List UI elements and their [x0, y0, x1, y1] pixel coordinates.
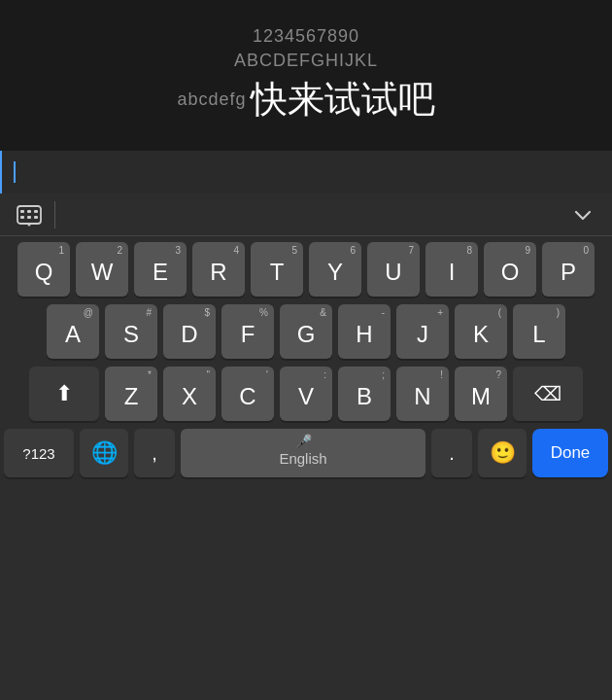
key-I[interactable]: 8I — [425, 242, 478, 297]
svg-rect-1 — [20, 210, 24, 213]
keyboard-collapse-button[interactable] — [565, 197, 600, 232]
key-L[interactable]: )L — [513, 304, 565, 359]
period-key[interactable]: . — [431, 429, 472, 477]
key-G[interactable]: &G — [280, 304, 332, 359]
keyboard: 1Q 2W 3E 4R 5T 6Y 7U 8I 9O 0P @A #S $D %… — [0, 193, 612, 700]
keyboard-topbar — [0, 193, 612, 236]
num123-label: ?123 — [22, 445, 54, 462]
key-U[interactable]: 7U — [367, 242, 420, 297]
space-key[interactable]: 🎤 English — [181, 429, 425, 477]
key-A[interactable]: @A — [47, 304, 99, 359]
key-N[interactable]: !N — [396, 367, 449, 421]
key-B[interactable]: ;B — [338, 367, 391, 421]
backspace-key[interactable]: ⌫ — [513, 367, 583, 421]
key-C[interactable]: 'C — [221, 367, 274, 421]
emoji-key[interactable]: 🙂 — [478, 429, 527, 477]
comma-label: , — [152, 442, 157, 465]
keyboard-rows: 1Q 2W 3E 4R 5T 6Y 7U 8I 9O 0P @A #S $D %… — [0, 236, 612, 700]
preview-uppercase: ABCDEFGHIJKL — [234, 51, 378, 71]
svg-rect-8 — [23, 223, 35, 225]
key-P[interactable]: 0P — [542, 242, 595, 297]
svg-rect-4 — [20, 216, 24, 219]
key-W[interactable]: 2W — [76, 242, 128, 297]
preview-numbers: 1234567890 — [253, 26, 359, 47]
key-M[interactable]: ?M — [455, 367, 507, 421]
done-label: Done — [551, 443, 591, 463]
keyboard-row-4: ?123 🌐 , 🎤 English . 🙂 Done — [4, 429, 608, 477]
shift-key[interactable]: ⬆ — [29, 367, 99, 421]
topbar-divider — [54, 201, 55, 228]
key-K[interactable]: (K — [455, 304, 507, 359]
preview-lowercase: abcdefg — [177, 89, 246, 110]
key-H[interactable]: -H — [338, 304, 391, 359]
key-T[interactable]: 5T — [251, 242, 303, 297]
key-Y[interactable]: 6Y — [309, 242, 361, 297]
key-Q[interactable]: 1Q — [17, 242, 70, 297]
key-J[interactable]: +J — [396, 304, 449, 359]
svg-rect-0 — [17, 206, 41, 224]
keyboard-row-1: 1Q 2W 3E 4R 5T 6Y 7U 8I 9O 0P — [4, 242, 608, 297]
keyboard-row-2: @A #S $D %F &G -H +J (K )L — [4, 304, 608, 359]
key-R[interactable]: 4R — [192, 242, 245, 297]
svg-rect-3 — [34, 210, 38, 213]
key-X[interactable]: "X — [163, 367, 216, 421]
input-bar[interactable] — [0, 151, 612, 193]
key-E[interactable]: 3E — [134, 242, 187, 297]
key-V[interactable]: :V — [280, 367, 332, 421]
svg-rect-5 — [27, 216, 31, 219]
svg-rect-6 — [34, 216, 38, 219]
preview-area: 1234567890 ABCDEFGHIJKL abcdefg 快来试试吧 — [0, 0, 612, 151]
period-label: . — [449, 442, 455, 465]
num123-key[interactable]: ?123 — [4, 429, 74, 477]
key-S[interactable]: #S — [105, 304, 157, 359]
preview-lower-row: abcdefg 快来试试吧 — [177, 75, 434, 124]
key-O[interactable]: 9O — [484, 242, 536, 297]
key-F[interactable]: %F — [221, 304, 274, 359]
key-Z[interactable]: *Z — [105, 367, 157, 421]
globe-key[interactable]: 🌐 — [80, 429, 128, 477]
svg-rect-2 — [27, 210, 31, 213]
mic-icon: 🎤 — [295, 434, 312, 449]
key-D[interactable]: $D — [163, 304, 216, 359]
keyboard-globe-icon[interactable] — [12, 197, 47, 232]
keyboard-row-3: ⬆ *Z "X 'C :V ;B !N ?M ⌫ — [4, 367, 608, 421]
space-label: English — [279, 450, 326, 467]
text-cursor — [14, 161, 16, 183]
comma-key[interactable]: , — [134, 429, 175, 477]
done-key[interactable]: Done — [532, 429, 608, 477]
preview-chinese: 快来试试吧 — [251, 75, 435, 124]
